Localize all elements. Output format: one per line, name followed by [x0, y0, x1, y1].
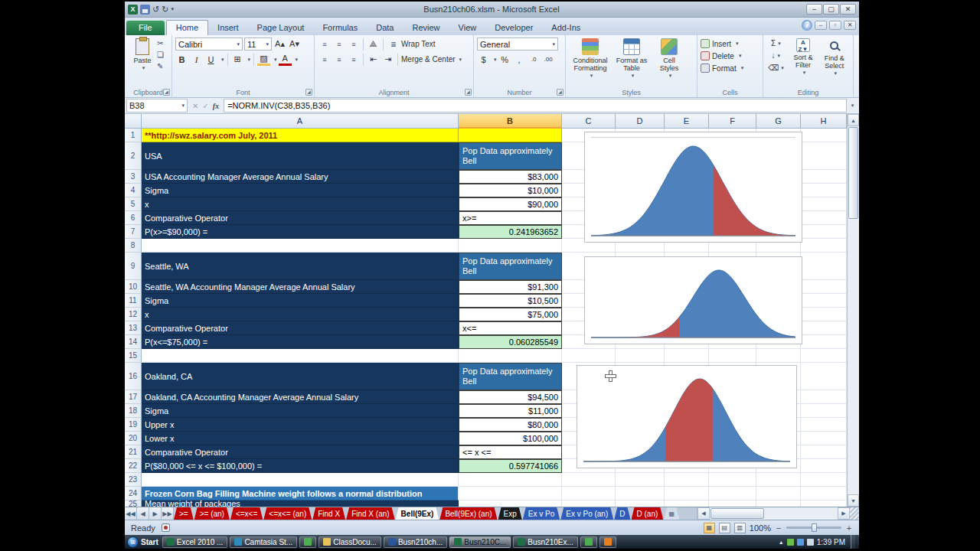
zoom-in-icon[interactable]: + — [845, 523, 853, 533]
cell-C24[interactable] — [562, 487, 616, 500]
row-header-25[interactable]: 25 — [125, 500, 142, 507]
cell-H2[interactable] — [801, 142, 847, 170]
cell-H14[interactable] — [801, 335, 847, 349]
cell-G15[interactable] — [756, 349, 801, 363]
cell-A23[interactable] — [142, 473, 459, 487]
column-header-A[interactable]: A — [142, 114, 459, 129]
sheet-tab-D[interactable]: D — [614, 507, 630, 520]
vertical-scrollbar[interactable]: ▲ ▼ — [847, 114, 859, 507]
sheet-tab-D (an)[interactable]: D (an) — [632, 507, 664, 520]
cell-G25[interactable] — [756, 500, 801, 507]
conditional-formatting-button[interactable]: Conditional Formatting▾ — [569, 37, 612, 80]
cell-F25[interactable] — [709, 500, 756, 507]
row-header-16[interactable]: 16 — [125, 363, 142, 390]
cell-H18[interactable] — [801, 404, 847, 418]
enter-formula-icon[interactable]: ✓ — [202, 102, 208, 110]
cell-G23[interactable] — [756, 473, 801, 487]
cell-A15[interactable] — [142, 349, 459, 363]
cell-A25[interactable]: Mean weight of packages — [142, 500, 459, 507]
cell-H9[interactable] — [801, 253, 847, 280]
tray-app-icon[interactable] — [787, 539, 794, 546]
show-desktop-button[interactable] — [851, 535, 855, 549]
cell-C15[interactable] — [562, 349, 616, 363]
zoom-out-icon[interactable]: − — [775, 523, 782, 533]
wrap-text-button[interactable]: Wrap Text — [401, 40, 436, 48]
shrink-font-button[interactable]: A▾ — [288, 37, 301, 51]
cell-H10[interactable] — [801, 280, 847, 294]
cell-A8[interactable] — [142, 239, 459, 253]
cell-E25[interactable] — [665, 500, 709, 507]
column-header-B[interactable]: B — [459, 114, 562, 129]
sort-filter-button[interactable]: AZ▼ Sort & Filter▾ — [788, 37, 819, 86]
cell-H7[interactable] — [801, 225, 847, 239]
align-middle-button[interactable]: ≡ — [332, 37, 345, 51]
redo-icon[interactable]: ↻ — [162, 5, 168, 15]
cell-A9[interactable]: Seattle, WA — [142, 253, 459, 280]
chart-usa[interactable] — [584, 132, 802, 243]
number-format-select[interactable]: General▾ — [477, 37, 558, 51]
sheet-tab-Exp[interactable]: Exp — [498, 507, 522, 520]
sheet-tab-Find X[interactable]: Find X — [312, 507, 345, 520]
cell-A6[interactable]: Comparative Operator — [142, 211, 459, 225]
row-header-13[interactable]: 13 — [125, 321, 142, 335]
start-label[interactable]: Start — [141, 538, 158, 546]
zoom-slider[interactable] — [786, 527, 841, 529]
fill-color-button[interactable]: ▨ — [257, 53, 270, 66]
sheet-tab-<=x<= (an)[interactable]: <=x<= (an) — [263, 507, 312, 520]
resize-gripper[interactable] — [850, 507, 859, 520]
volume-icon[interactable] — [807, 539, 814, 546]
name-box[interactable]: B38▾ — [126, 99, 188, 112]
cell-H4[interactable] — [801, 184, 847, 197]
insert-function-icon[interactable]: fx — [213, 102, 219, 110]
save-icon[interactable] — [140, 5, 150, 15]
close-button[interactable]: ✕ — [840, 4, 856, 15]
horizontal-scroll-thumb[interactable] — [710, 508, 764, 519]
network-icon[interactable] — [797, 539, 804, 546]
cell-G24[interactable] — [756, 487, 801, 500]
cell-B1[interactable] — [459, 129, 562, 142]
cell-A24[interactable]: Frozen Corn Bag Filling Machine weight f… — [142, 487, 459, 500]
normal-view-icon[interactable]: ▦ — [704, 523, 715, 533]
column-header-C[interactable]: C — [562, 114, 616, 129]
cell-A18[interactable]: Sigma — [142, 404, 459, 418]
start-button[interactable]: ⊞ — [127, 536, 139, 548]
cell-H24[interactable] — [801, 487, 847, 500]
cell-H5[interactable] — [801, 197, 847, 211]
tab-home[interactable]: Home — [166, 20, 208, 35]
row-header-7[interactable]: 7 — [125, 225, 142, 239]
minimize-button[interactable]: – — [806, 4, 822, 15]
taskbar-button-Busn210Ex...[interactable]: Busn210Ex... — [513, 536, 577, 548]
cell-B23[interactable] — [459, 473, 562, 487]
cell-A10[interactable]: Seattle, WA Accounting Manager Average A… — [142, 280, 459, 294]
cell-A11[interactable]: Sigma — [142, 294, 459, 308]
cell-A14[interactable]: P(x<=$75,000) = — [142, 335, 459, 349]
column-header-E[interactable]: E — [665, 114, 709, 129]
orientation-button[interactable]: ⟁ — [367, 37, 380, 51]
cell-B13[interactable]: x<= — [459, 321, 562, 335]
macro-record-icon[interactable] — [162, 523, 170, 532]
accounting-format-button[interactable]: $ — [477, 53, 490, 66]
sheet-tab->= (an)[interactable]: >= (an) — [194, 507, 230, 520]
cell-A22[interactable]: P($80,000 <= x <= $100,000) = — [142, 459, 459, 473]
font-size-select[interactable]: 11▾ — [244, 37, 272, 51]
cell-B24[interactable] — [459, 487, 562, 500]
align-center-button[interactable]: ≡ — [332, 53, 345, 66]
row-header-17[interactable]: 17 — [125, 390, 142, 404]
align-top-button[interactable]: ≡ — [318, 37, 331, 51]
tab-view[interactable]: View — [449, 21, 486, 35]
cell-H22[interactable] — [801, 459, 847, 473]
row-header-22[interactable]: 22 — [125, 459, 142, 473]
cell-H19[interactable] — [801, 418, 847, 432]
tab-page-layout[interactable]: Page Layout — [248, 21, 314, 35]
cell-A1[interactable]: **http://swz.salary.com July, 2011 — [142, 129, 459, 142]
cell-A4[interactable]: Sigma — [142, 184, 459, 197]
cell-H25[interactable] — [801, 500, 847, 507]
cell-B12[interactable]: $75,000 — [459, 308, 562, 321]
grow-font-button[interactable]: A▴ — [273, 37, 286, 51]
page-break-view-icon[interactable]: ▥ — [734, 523, 746, 533]
sheet-tab-<=x<=[interactable]: <=x<= — [230, 507, 263, 520]
cell-A3[interactable]: USA Accounting Manager Average Annual Sa… — [142, 170, 459, 184]
restore-button[interactable]: ▢ — [823, 4, 839, 15]
cell-A20[interactable]: Lower x — [142, 432, 459, 445]
row-header-19[interactable]: 19 — [125, 418, 142, 432]
